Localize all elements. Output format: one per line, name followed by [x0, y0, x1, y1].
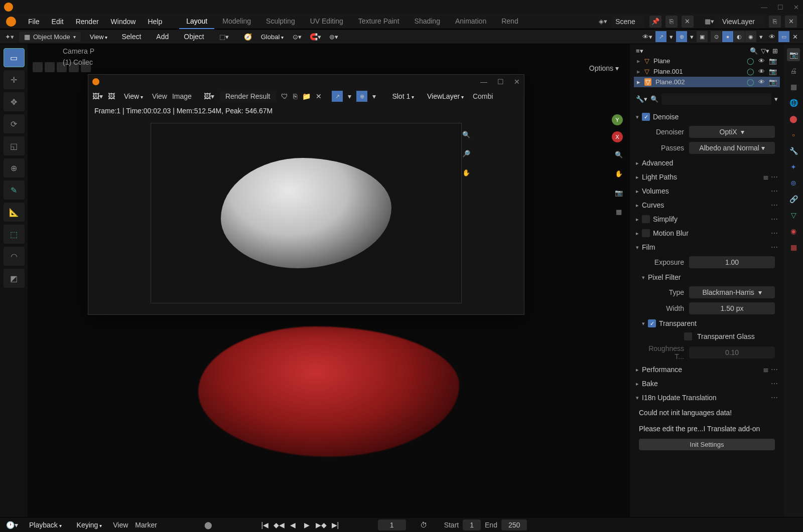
render-overlay-toggle[interactable]: ⊕ — [356, 91, 367, 102]
select-mode-icon[interactable] — [33, 62, 43, 72]
props-type-icon[interactable]: 🔧▾ — [636, 95, 647, 103]
drag-icon[interactable]: ⋯ — [771, 201, 778, 209]
props-options-icon[interactable]: ▾ — [774, 95, 778, 103]
render-view2-menu[interactable]: View — [152, 92, 167, 100]
to-sphere-tool[interactable]: ◩ — [4, 269, 25, 288]
shading-wireframe[interactable]: ⊙ — [711, 31, 722, 42]
drag-icon[interactable]: ⋯ — [771, 394, 778, 402]
transform-tool[interactable]: ⊕ — [4, 158, 25, 178]
overlay-dropdown-icon[interactable]: ▾ — [690, 33, 694, 41]
render-zoom-icon[interactable]: 🔍 — [459, 127, 473, 141]
simplify-checkbox[interactable]: ✓ — [642, 215, 650, 223]
proportional-edit-icon[interactable]: ⊚▾ — [329, 33, 338, 41]
exposure-value[interactable]: 1.00 — [689, 256, 775, 268]
overlay-toggle[interactable]: ⊕ — [676, 31, 687, 42]
timeline-editor-icon[interactable]: 🕐▾ — [6, 521, 18, 529]
presets-icon[interactable]: ≣ ⋯ — [763, 173, 778, 181]
snap-icon[interactable]: 🧲▾ — [310, 33, 321, 41]
move-tool[interactable]: ✥ — [4, 92, 25, 111]
select-menu[interactable]: Select — [116, 31, 146, 43]
render-overlay-dropdown[interactable]: ▾ — [348, 92, 351, 100]
prop-tab-data[interactable]: ▽ — [787, 209, 800, 222]
transform-orientation-icon[interactable]: 🧭 — [244, 33, 252, 41]
open-image-icon[interactable]: 📁 — [302, 92, 311, 100]
drag-icon[interactable]: ⋯ — [771, 229, 778, 237]
shading-dropdown-icon[interactable]: ▾ — [759, 33, 763, 41]
workspace-tab-texture-paint[interactable]: Texture Paint — [351, 14, 407, 29]
presets-icon[interactable]: ≣ ⋯ — [763, 366, 778, 374]
window-close-button[interactable]: ✕ — [793, 4, 799, 11]
scene-name-field[interactable]: Scene — [611, 16, 645, 28]
autokey-icon[interactable]: ⬤ — [204, 521, 212, 529]
filter-width-value[interactable]: 1.50 px — [689, 302, 775, 314]
passes-value[interactable]: Albedo and Normal ▾ — [689, 142, 775, 154]
workspace-tab-modeling[interactable]: Modeling — [215, 14, 258, 29]
drag-icon[interactable]: ⋯ — [771, 380, 778, 388]
marker-menu[interactable]: Marker — [135, 521, 157, 529]
visibility-eye-icon[interactable]: 👁 — [758, 57, 765, 65]
orientation-selector[interactable]: Global — [257, 32, 288, 42]
menu-help[interactable]: Help — [143, 16, 167, 28]
panel-bake-header[interactable]: ▸Bake⋯ — [634, 377, 780, 391]
object-menu[interactable]: Object — [179, 31, 209, 43]
outliner-search-icon[interactable]: 🔍 — [750, 47, 758, 55]
zoom-icon[interactable]: 🔍 — [612, 147, 626, 161]
render-viewlayer-selector[interactable]: ViewLayer — [423, 91, 468, 102]
panel-film-header[interactable]: ▾Film⋯ — [634, 240, 780, 254]
camera-view-toggle[interactable]: ▭ — [778, 31, 789, 42]
scene-add-button[interactable]: ⎘ — [665, 16, 678, 28]
gizmo-toggle[interactable]: ↗ — [655, 31, 666, 42]
playback-menu[interactable]: Playback — [25, 519, 66, 530]
panel-volumes-header[interactable]: ▸Volumes⋯ — [634, 184, 780, 198]
panel-pixelfilter-header[interactable]: ▾Pixel Filter — [634, 270, 780, 284]
blender-logo-icon[interactable] — [6, 17, 16, 27]
render-canvas[interactable]: 🔍 🔎 ✋ — [151, 123, 462, 303]
menu-edit[interactable]: Edit — [47, 16, 69, 28]
timeline-view-menu[interactable]: View — [113, 521, 128, 529]
scale-tool[interactable]: ◱ — [4, 136, 25, 155]
panel-lightpaths-header[interactable]: ▸Light Paths ≣ ⋯ — [634, 170, 780, 184]
end-frame-field[interactable]: 250 — [501, 519, 527, 530]
prop-tab-object[interactable]: ▫ — [787, 128, 800, 141]
render-window-close[interactable]: ✕ — [514, 78, 520, 86]
outliner-new-collection-icon[interactable]: ⊞ — [772, 47, 778, 55]
render-window-maximize[interactable]: ☐ — [497, 78, 504, 86]
render-pan-icon[interactable]: ✋ — [459, 165, 473, 180]
shading-rendered[interactable]: ◉ — [745, 31, 756, 42]
workspace-tab-rendering[interactable]: Rend — [494, 14, 525, 29]
workspace-tab-animation[interactable]: Animation — [448, 14, 493, 29]
render-view-menu[interactable]: View — [120, 91, 147, 102]
render-window-minimize[interactable]: — — [480, 78, 487, 86]
transparent-checkbox[interactable]: ✓ — [648, 319, 656, 327]
jump-end-button[interactable]: ▶| — [330, 519, 341, 530]
outliner-row[interactable]: ▸▽ Plane.002 ◯ 👁 📷 — [634, 77, 780, 87]
render-toggle-icon[interactable]: 📷 — [769, 68, 777, 75]
select-mode-icon-2[interactable] — [45, 62, 55, 72]
panel-i18n-header[interactable]: ▾I18n Update Translation⋯ — [634, 391, 780, 405]
fake-user-icon[interactable]: 🛡 — [281, 92, 288, 100]
prop-tab-modifiers[interactable]: 🔧 — [787, 144, 800, 157]
orientation-icon[interactable]: ⬚▾ — [219, 33, 229, 41]
play-button[interactable]: ▶ — [302, 519, 313, 530]
drag-icon[interactable]: ⋯ — [771, 215, 778, 223]
keying-menu[interactable]: Keying — [73, 519, 106, 530]
prop-tab-constraints[interactable]: 🔗 — [787, 193, 800, 206]
jump-start-button[interactable]: |◀ — [259, 519, 271, 530]
editor-type-icon[interactable]: ✦▾ — [5, 33, 14, 41]
outliner-type-icon[interactable]: ≡▾ — [636, 47, 643, 55]
visibility-eye-icon[interactable]: 👁 — [758, 68, 765, 75]
view-menu[interactable]: View — [86, 32, 112, 42]
prop-tab-output[interactable]: 🖨 — [787, 64, 800, 77]
denoise-checkbox[interactable]: ✓ — [642, 113, 650, 121]
prop-tab-world[interactable]: ⬤ — [787, 112, 800, 125]
workspace-tab-sculpting[interactable]: Sculpting — [259, 14, 302, 29]
visibility-icon[interactable]: 👁▾ — [642, 33, 652, 41]
panel-advanced-header[interactable]: ▸Advanced — [634, 156, 780, 170]
panel-transparent-header[interactable]: ▾ ✓ Transparent — [634, 316, 780, 330]
duplicate-icon[interactable]: ⎘ — [293, 92, 297, 100]
viewport-3d[interactable]: Camera P (1) Collec Options ▾ Y X 🔍 ✋ 📷 … — [28, 44, 630, 517]
prop-tab-particles[interactable]: ✦ — [787, 160, 800, 173]
render-toggle-icon[interactable]: 📷 — [769, 57, 777, 65]
axis-gizmo-x[interactable]: X — [612, 131, 623, 142]
select-box-tool[interactable]: ▭ — [4, 48, 25, 67]
